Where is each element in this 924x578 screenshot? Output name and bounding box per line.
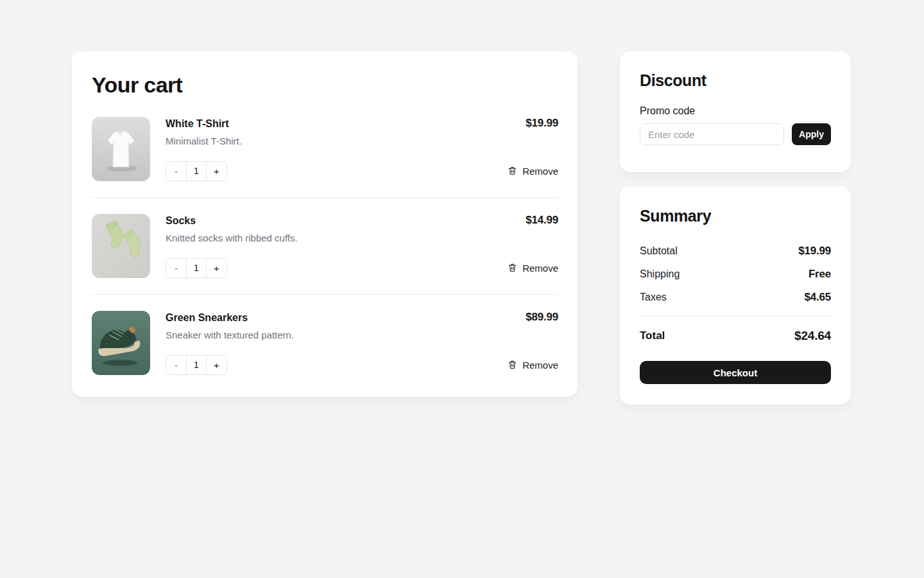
discount-title: Discount [640, 71, 831, 90]
checkout-button[interactable]: Checkout [640, 361, 831, 384]
remove-item-button[interactable]: Remove [508, 263, 558, 274]
quantity-stepper: - 1 + [166, 355, 227, 375]
item-name: White T-Shirt [166, 117, 242, 130]
item-name: Socks [166, 214, 298, 227]
trash-icon [508, 360, 517, 370]
summary-title: Summary [640, 207, 831, 225]
qty-value: 1 [186, 259, 207, 277]
cart-title: Your cart [92, 71, 558, 99]
cart-item-socks: Socks Knitted socks with ribbed cuffs. $… [92, 197, 558, 294]
summary-divider [640, 316, 831, 317]
summary-card: Summary Subtotal $19.99 Shipping Free Ta… [620, 186, 851, 405]
remove-label: Remove [522, 166, 558, 177]
item-price: $14.99 [526, 214, 558, 227]
qty-value: 1 [186, 162, 207, 180]
checkout-page: Your cart [0, 0, 924, 578]
item-description: Minimalist T-Shirt. [166, 136, 242, 146]
item-description: Knitted socks with ribbed cuffs. [166, 232, 298, 243]
total-label: Total [640, 329, 665, 342]
qty-decrease-button[interactable]: - [166, 259, 186, 277]
shipping-value: Free [809, 268, 831, 281]
item-description: Sneaker with textured pattern. [166, 329, 294, 340]
remove-item-button[interactable]: Remove [508, 166, 558, 177]
trash-icon [508, 263, 517, 273]
remove-item-button[interactable]: Remove [508, 360, 558, 371]
taxes-value: $4.65 [804, 291, 831, 304]
promo-code-input[interactable] [640, 123, 784, 145]
item-body: Green Snearkers Sneaker with textured pa… [150, 311, 558, 375]
product-image-white-tshirt [92, 117, 150, 181]
quantity-stepper: - 1 + [166, 161, 227, 181]
discount-card: Discount Promo code Apply [620, 51, 851, 172]
item-price: $19.99 [526, 117, 558, 130]
cart-card: Your cart [72, 51, 578, 397]
total-value: $24.64 [794, 329, 831, 343]
item-price: $89.99 [526, 311, 558, 324]
promo-code-label: Promo code [640, 105, 831, 117]
product-image-green-sneaker [92, 311, 150, 375]
apply-button[interactable]: Apply [792, 123, 831, 145]
item-name: Green Snearkers [166, 311, 294, 324]
subtotal-value: $19.99 [798, 245, 831, 258]
summary-rows: Subtotal $19.99 Shipping Free Taxes $4.6… [640, 245, 831, 304]
cart-item-green-sneakers: Green Snearkers Sneaker with textured pa… [92, 294, 558, 375]
taxes-label: Taxes [640, 292, 667, 303]
trash-icon [508, 166, 517, 176]
summary-row-subtotal: Subtotal $19.99 [640, 245, 831, 258]
summary-row-shipping: Shipping Free [640, 268, 831, 281]
qty-decrease-button[interactable]: - [166, 356, 186, 374]
shipping-label: Shipping [640, 268, 680, 280]
qty-value: 1 [186, 356, 207, 374]
qty-increase-button[interactable]: + [207, 356, 227, 374]
subtotal-label: Subtotal [640, 245, 678, 257]
cart-items-list: White T-Shirt Minimalist T-Shirt. $19.99… [92, 117, 558, 375]
cart-item-white-tshirt: White T-Shirt Minimalist T-Shirt. $19.99… [92, 117, 558, 197]
remove-label: Remove [522, 360, 558, 371]
summary-row-taxes: Taxes $4.65 [640, 291, 831, 304]
item-body: Socks Knitted socks with ribbed cuffs. $… [150, 214, 558, 278]
remove-label: Remove [522, 263, 558, 274]
qty-decrease-button[interactable]: - [166, 162, 186, 180]
qty-increase-button[interactable]: + [207, 259, 227, 277]
qty-increase-button[interactable]: + [207, 162, 227, 180]
quantity-stepper: - 1 + [166, 258, 227, 278]
product-image-socks [92, 214, 150, 278]
item-body: White T-Shirt Minimalist T-Shirt. $19.99… [150, 117, 558, 181]
summary-row-total: Total $24.64 [640, 329, 831, 343]
